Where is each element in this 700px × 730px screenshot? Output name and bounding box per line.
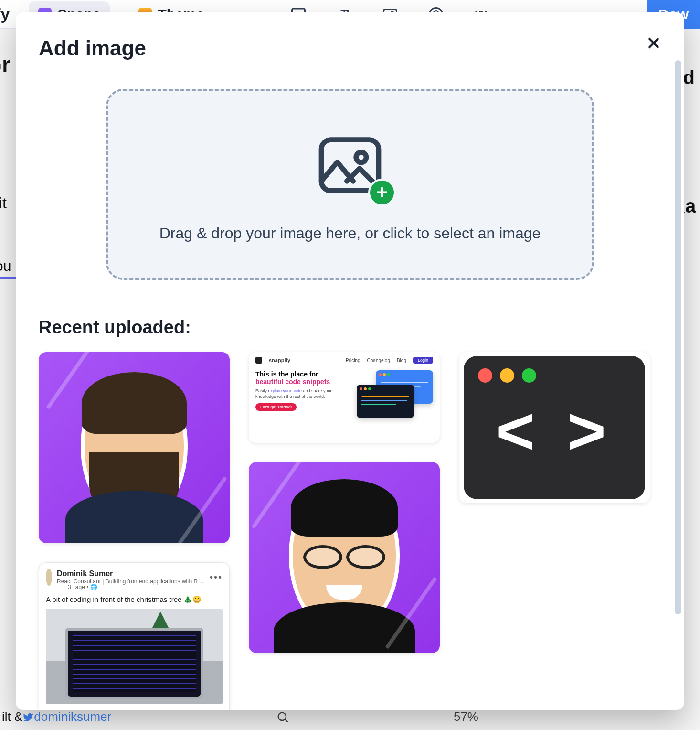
post-photo [46,609,223,704]
recent-image-avatar-bearded[interactable] [39,352,230,543]
traffic-lights-icon [478,368,631,383]
dropzone-text: Drag & drop your image here, or click to… [159,225,541,242]
landing-h1b: beautiful code snippets [255,378,351,386]
landing-cta: Let's get started! [255,403,297,411]
recent-uploaded-title: Recent uploaded: [39,317,661,338]
image-dropzone[interactable]: + Drag & drop your image here, or click … [106,89,594,280]
scrollbar-thumb[interactable] [675,60,681,614]
modal-overlay: Add image + Drag & drop your image here,… [0,0,700,730]
landing-nav-changelog: Changelog [367,358,390,363]
dropzone-image-icon: + [307,127,393,204]
recent-uploads-grid: Dominik Sumer React Consultant | Buildin… [39,352,661,710]
landing-brand: snappify [269,357,290,363]
svg-point-7 [356,152,366,162]
landing-nav-login: Login [413,357,433,364]
modal-scrollbar[interactable] [675,60,681,696]
landing-logo-icon [255,357,262,364]
close-button[interactable] [644,33,663,53]
post-meta: 3 Tage • 🌐 [68,584,223,590]
recent-image-landing-page[interactable]: snappify Pricing Changelog Blog Login Th… [249,352,440,443]
add-plus-icon: + [368,179,396,206]
post-avatar-icon [46,569,52,586]
code-angle-brackets: < > [478,392,631,470]
post-author-name: Dominik Sumer [57,569,205,578]
landing-h1a: This is the place for [255,370,351,378]
svg-rect-6 [321,140,379,191]
landing-paragraph: Easily explain your code and share your … [255,388,351,399]
post-body: A bit of coding in front of the christma… [46,595,223,604]
landing-card-dark [357,385,414,418]
post-more-icon: ••• [210,572,223,583]
add-image-modal: Add image + Drag & drop your image here,… [16,12,684,710]
landing-nav-pricing: Pricing [346,358,361,363]
modal-title: Add image [39,36,661,60]
recent-image-avatar-glasses[interactable] [249,462,440,653]
recent-image-social-post[interactable]: Dominik Sumer React Consultant | Buildin… [39,562,230,710]
landing-nav-blog: Blog [397,358,406,363]
close-icon [644,33,663,53]
recent-image-code-window[interactable]: < > [459,352,650,503]
